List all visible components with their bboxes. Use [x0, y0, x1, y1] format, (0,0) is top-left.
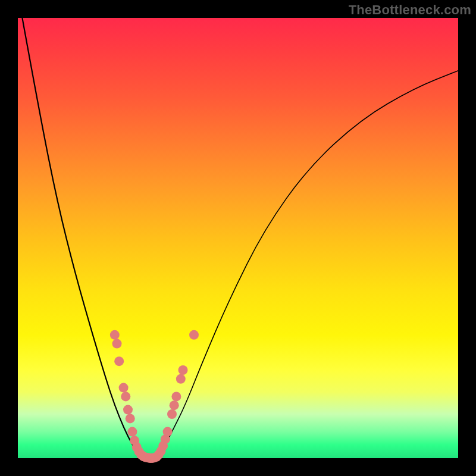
data-dot — [167, 409, 177, 419]
data-dot — [110, 330, 120, 340]
data-dot — [178, 365, 188, 375]
data-dot — [170, 400, 179, 410]
data-dot — [189, 330, 199, 340]
data-dot — [171, 392, 181, 401]
data-dot — [163, 427, 173, 437]
watermark-text: TheBottleneck.com — [349, 2, 471, 18]
chart-frame: TheBottleneck.com — [0, 0, 476, 476]
data-dot — [176, 374, 186, 384]
right-curve — [154, 71, 458, 458]
chart-svg — [18, 18, 458, 458]
data-dot — [123, 405, 133, 415]
data-dot — [114, 356, 124, 366]
data-dot — [121, 392, 130, 401]
data-dot — [127, 427, 137, 437]
data-dots — [110, 330, 199, 463]
plot-area — [18, 18, 458, 458]
data-dot — [119, 383, 129, 393]
data-dot — [126, 414, 135, 423]
data-dot — [112, 339, 122, 349]
